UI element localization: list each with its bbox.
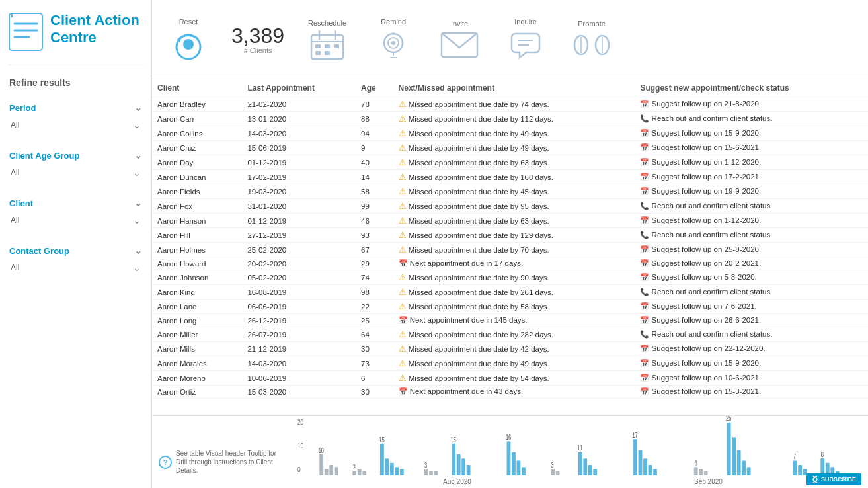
warning-icon: ⚠	[399, 344, 407, 354]
cell-suggest: 📅 Suggest follow up on 1-12-2020.	[635, 155, 868, 170]
table-row[interactable]: Aaron King 16-08-2019 98 ⚠ Missed appoin…	[152, 285, 868, 300]
remind-action[interactable]: Remind	[370, 18, 416, 61]
cell-client: Aaron Mills	[152, 342, 242, 356]
table-row[interactable]: Aaron Mills 21-12-2019 30 ⚠ Missed appoi…	[152, 342, 868, 356]
remind-icon	[377, 28, 410, 61]
table-row[interactable]: Aaron Lane 06-06-2019 22 ⚠ Missed appoin…	[152, 300, 868, 314]
table-row[interactable]: Aaron Bradley 21-02-2020 78 ⚠ Missed app…	[152, 97, 868, 112]
calendar-icon: 📅	[640, 100, 649, 108]
svg-rect-59	[522, 467, 526, 475]
calendar-icon: 📅	[640, 259, 649, 267]
cell-suggest: 📅 Suggest follow up on 25-8-2020.	[635, 243, 868, 257]
calendar-icon: 📅	[640, 187, 649, 195]
svg-rect-80	[732, 437, 736, 475]
calendar-icon: 📅	[640, 345, 649, 352]
svg-rect-47	[424, 469, 428, 475]
promote-action[interactable]: Promote	[569, 20, 615, 60]
table-row[interactable]: Aaron Collins 14-03-2020 94 ⚠ Missed app…	[152, 126, 868, 141]
cell-next-missed: ⚠ Missed appointment due date by 49 days…	[393, 126, 635, 141]
warning-icon: ⚠	[399, 143, 407, 153]
svg-point-18	[391, 41, 395, 45]
refine-title: Refine results	[0, 72, 151, 96]
period-filter: Period ⌄ All ⌄	[0, 96, 151, 137]
inquire-action[interactable]: Inquire	[502, 18, 549, 61]
client-filter-label[interactable]: Client ⌄	[9, 195, 142, 211]
cell-age: 93	[356, 228, 393, 243]
sidebar: Client Action Centre Refine results Peri…	[0, 0, 152, 488]
client-table-area: Client Last Appointment Age Next/Missed …	[152, 79, 868, 415]
client-age-group-label[interactable]: Client Age Group ⌄	[9, 147, 142, 163]
cell-next-missed: 📅 Next appointment due in 43 days.	[393, 386, 635, 399]
table-row[interactable]: Aaron Fox 31-01-2020 99 ⚠ Missed appoint…	[152, 199, 868, 214]
reset-action[interactable]: Reset	[165, 18, 212, 61]
warning-icon: ⚠	[399, 245, 407, 255]
cell-client: Aaron Fields	[152, 184, 242, 199]
calendar-icon: 📅	[640, 129, 649, 137]
contact-group-label[interactable]: Contact Group ⌄	[9, 243, 142, 259]
table-row[interactable]: Aaron Hanson 01-12-2019 46 ⚠ Missed appo…	[152, 214, 868, 228]
cell-next-missed: ⚠ Missed appointment due date by 168 day…	[393, 170, 635, 184]
svg-rect-61	[551, 469, 555, 475]
col-suggest: Suggest new appointment/check status	[635, 79, 868, 97]
cell-next-missed: ⚠ Missed appointment due date by 63 days…	[393, 155, 635, 170]
table-row[interactable]: Aaron Day 01-12-2019 40 ⚠ Missed appoint…	[152, 155, 868, 170]
invite-action[interactable]: Invite	[436, 20, 483, 60]
reschedule-action[interactable]: Reschedule	[304, 19, 350, 60]
table-row[interactable]: Aaron Moreno 10-06-2019 6 ⚠ Missed appoi…	[152, 371, 868, 386]
table-row[interactable]: Aaron Hill 27-12-2019 93 ⚠ Missed appoin…	[152, 228, 868, 243]
cell-suggest: 📅 Suggest follow up on 21-8-2020.	[635, 97, 868, 112]
client-age-group-dropdown[interactable]: All ⌄	[9, 165, 142, 181]
svg-rect-81	[737, 450, 741, 475]
table-row[interactable]: Aaron Cruz 15-06-2019 9 ⚠ Missed appoint…	[152, 141, 868, 155]
cell-last-apt: 26-12-2019	[242, 314, 356, 327]
inquire-icon	[509, 28, 542, 61]
table-header: Client Last Appointment Age Next/Missed …	[152, 79, 868, 97]
calendar-icon: 📅	[640, 302, 649, 310]
warning-icon: ⚠	[399, 201, 407, 211]
table-row[interactable]: Aaron Holmes 25-02-2020 67 ⚠ Missed appo…	[152, 243, 868, 257]
tooltip-text: See table Visual header Tooltip for Dril…	[176, 449, 282, 475]
cell-age: 99	[356, 199, 393, 214]
subscribe-button[interactable]: SUBSCRIBE	[806, 473, 861, 485]
calendar-icon: 📅	[640, 387, 649, 395]
table-row[interactable]: Aaron Howard 20-02-2020 29 📅 Next appoin…	[152, 257, 868, 270]
cell-client: Aaron King	[152, 285, 242, 300]
table-row[interactable]: Aaron Long 26-12-2019 25 📅 Next appointm…	[152, 314, 868, 327]
table-row[interactable]: Aaron Johnson 05-02-2020 74 ⚠ Missed app…	[152, 270, 868, 285]
phone-icon: 📞	[640, 231, 649, 239]
cell-client: Aaron Collins	[152, 126, 242, 141]
contact-group-dropdown[interactable]: All ⌄	[9, 260, 142, 276]
cell-last-apt: 10-06-2019	[242, 371, 356, 386]
table-row[interactable]: Aaron Duncan 17-02-2019 14 ⚠ Missed appo…	[152, 170, 868, 184]
svg-rect-77	[704, 471, 708, 475]
svg-rect-13	[334, 44, 339, 48]
cell-next-missed: ⚠ Missed appointment due date by 49 days…	[393, 356, 635, 371]
svg-rect-83	[747, 467, 751, 475]
period-filter-dropdown[interactable]: All ⌄	[9, 117, 142, 133]
period-filter-label[interactable]: Period ⌄	[9, 100, 142, 116]
app-title: Client Action Centre	[50, 12, 143, 47]
table-row[interactable]: Aaron Fields 19-03-2020 58 ⚠ Missed appo…	[152, 184, 868, 199]
svg-rect-48	[429, 471, 433, 475]
cell-client: Aaron Duncan	[152, 170, 242, 184]
calendar-icon: 📅	[640, 173, 649, 181]
table-row[interactable]: Aaron Morales 14-03-2020 73 ⚠ Missed app…	[152, 356, 868, 371]
table-scroll[interactable]: Client Last Appointment Age Next/Missed …	[152, 79, 868, 415]
table-row[interactable]: Aaron Ortiz 15-03-2020 30 📅 Next appoint…	[152, 386, 868, 399]
svg-rect-11	[315, 44, 321, 48]
contact-group-dropdown-chevron-icon: ⌄	[133, 263, 141, 273]
cell-suggest: 📅 Suggest follow up on 22-12-2020.	[635, 342, 868, 356]
table-row[interactable]: Aaron Carr 13-01-2020 88 ⚠ Missed appoin…	[152, 112, 868, 126]
cell-next-missed: ⚠ Missed appointment due date by 58 days…	[393, 300, 635, 314]
chart-tooltip: ? See table Visual header Tooltip for Dr…	[159, 449, 282, 475]
cell-last-apt: 16-08-2019	[242, 285, 356, 300]
cell-last-apt: 26-07-2019	[242, 327, 356, 342]
cell-last-apt: 21-12-2019	[242, 342, 356, 356]
cell-client: Aaron Cruz	[152, 141, 242, 155]
warning-icon: ⚠	[399, 172, 407, 182]
table-row[interactable]: Aaron Miller 26-07-2019 64 ⚠ Missed appo…	[152, 327, 868, 342]
svg-text:4: 4	[694, 460, 697, 467]
client-filter-dropdown[interactable]: All ⌄	[9, 212, 142, 228]
cell-next-missed: ⚠ Missed appointment due date by 45 days…	[393, 184, 635, 199]
warning-icon: ⚠	[399, 302, 407, 311]
